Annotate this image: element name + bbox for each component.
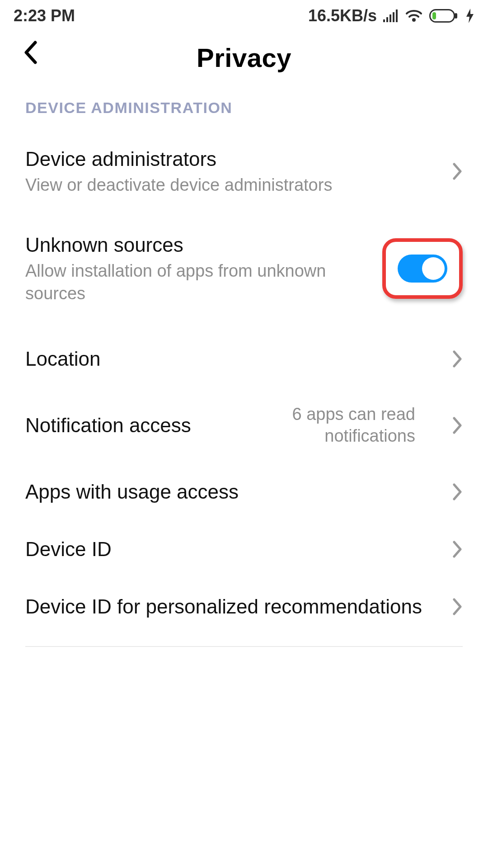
- chevron-right-icon: [452, 598, 463, 616]
- chevron-right-icon: [452, 416, 463, 434]
- svg-point-5: [412, 18, 416, 22]
- wifi-icon: [405, 9, 423, 23]
- battery-icon: [429, 9, 459, 23]
- row-title: Device ID: [25, 537, 443, 561]
- svg-rect-1: [386, 17, 388, 22]
- cellular-signal-icon: [383, 9, 399, 22]
- row-title: Device administrators: [25, 146, 443, 171]
- row-notification-access[interactable]: Notification access 6 apps can read noti…: [0, 387, 488, 463]
- row-title: Apps with usage access: [25, 479, 443, 504]
- row-title: Unknown sources: [25, 232, 373, 257]
- row-value: 6 apps can read notifications: [244, 404, 415, 447]
- charging-icon: [465, 9, 474, 23]
- status-net-speed: 16.5KB/s: [308, 6, 377, 25]
- status-time: 2:23 PM: [14, 6, 75, 25]
- header: Privacy: [0, 30, 488, 91]
- highlight-box: [382, 238, 463, 299]
- row-title: Location: [25, 346, 443, 371]
- chevron-right-icon: [452, 540, 463, 558]
- svg-rect-7: [455, 13, 457, 19]
- status-bar: 2:23 PM 16.5KB/s 7: [0, 0, 488, 30]
- row-location[interactable]: Location: [0, 325, 488, 387]
- row-device-id-personalized[interactable]: Device ID for personalized recommendatio…: [0, 578, 488, 635]
- row-unknown-sources[interactable]: Unknown sources Allow installation of ap…: [0, 212, 488, 325]
- svg-rect-2: [389, 14, 391, 22]
- chevron-right-icon: [452, 162, 463, 180]
- row-device-administrators[interactable]: Device administrators View or deactivate…: [0, 130, 488, 212]
- section-label-device-administration: DEVICE ADMINISTRATION: [0, 91, 488, 130]
- row-title: Device ID for personalized recommendatio…: [25, 594, 443, 619]
- row-title: Notification access: [25, 413, 206, 438]
- toggle-knob: [422, 257, 445, 280]
- page-title: Privacy: [197, 42, 291, 73]
- svg-rect-8: [432, 12, 436, 19]
- svg-rect-0: [383, 19, 385, 22]
- row-subtitle: Allow installation of apps from unknown …: [25, 260, 373, 305]
- unknown-sources-toggle[interactable]: [398, 255, 447, 283]
- row-device-id[interactable]: Device ID: [0, 520, 488, 578]
- svg-rect-4: [396, 9, 398, 22]
- chevron-right-icon: [452, 350, 463, 368]
- row-apps-usage-access[interactable]: Apps with usage access: [0, 463, 488, 520]
- row-subtitle: View or deactivate device administrators: [25, 174, 443, 196]
- divider: [25, 646, 463, 647]
- status-right: 16.5KB/s 7: [308, 6, 474, 25]
- svg-rect-3: [393, 12, 394, 22]
- chevron-right-icon: [452, 483, 463, 501]
- back-button[interactable]: [23, 40, 39, 65]
